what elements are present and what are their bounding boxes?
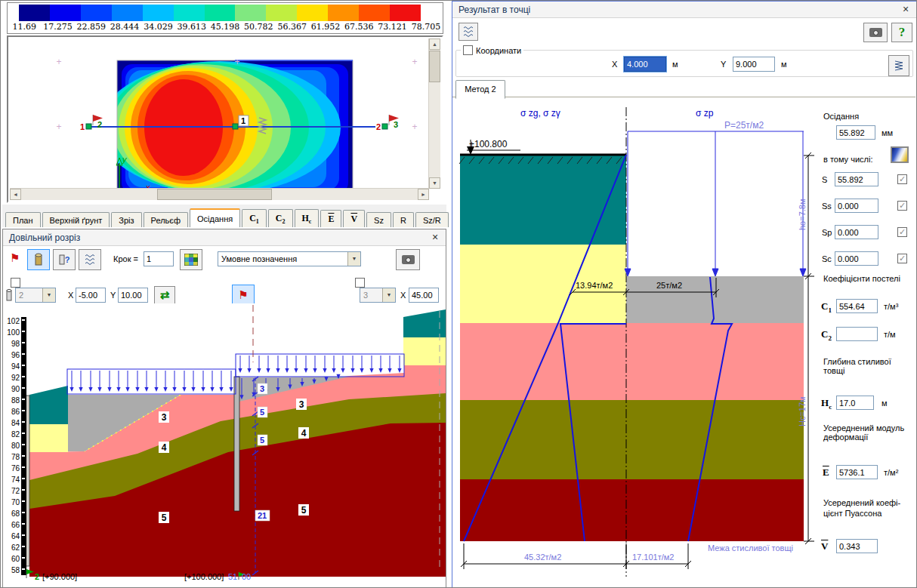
svg-text:78: 78 [11, 453, 20, 461]
x-coord-input[interactable] [624, 57, 666, 72]
tab-hc[interactable]: Hc [295, 209, 320, 227]
borehole-mode-button[interactable] [27, 249, 50, 270]
scroll-left-icon[interactable]: ◄ [10, 189, 21, 200]
step-input[interactable] [144, 251, 174, 266]
c2-input[interactable] [836, 327, 878, 341]
svg-text:58: 58 [11, 566, 20, 574]
e-input[interactable] [836, 465, 878, 479]
scroll-right-icon[interactable]: ► [418, 189, 429, 200]
component-checkbox-Ss[interactable]: ✓ [897, 201, 907, 211]
tab-e[interactable]: E [320, 210, 341, 227]
tab-r[interactable]: R [393, 212, 414, 227]
tab-план[interactable]: План [5, 212, 41, 227]
tab-верхній ґрунт[interactable]: Верхній ґрунт [42, 212, 110, 227]
scroll-up-icon[interactable]: ▲ [429, 38, 440, 50]
settlement-contour-map[interactable]: +++ ++ +++ 1 2 1 2 [10, 38, 442, 190]
component-input-Sc[interactable] [835, 251, 878, 266]
section-window: Довільний розріз × ⚑ ? [2, 229, 446, 588]
close-icon[interactable]: × [429, 229, 441, 246]
tab-осідання[interactable]: Осідання [190, 208, 240, 227]
tab-method-2[interactable]: Метод 2 [455, 80, 505, 99]
y1-label: Y [110, 291, 116, 300]
tab-c1[interactable]: C1 [242, 209, 267, 227]
plan-horizontal-scrollbar[interactable]: ◄ ► [10, 188, 429, 200]
svg-text:51: 51 [228, 572, 237, 581]
c1-input[interactable] [836, 299, 878, 313]
plan-vertical-scrollbar[interactable]: ▲ ▼ [428, 38, 440, 189]
svg-text:98: 98 [11, 340, 20, 348]
v-caption-1: Усереднений коефі- [823, 498, 900, 507]
tab-v[interactable]: V [343, 210, 365, 227]
e-caption: Усереднений модуль деформації [823, 423, 912, 442]
compressible-boundary-label: Межа стисливої товщі [708, 543, 793, 553]
result-window-title: Результат в точці [458, 5, 530, 15]
component-checkbox-S[interactable]: ✓ [897, 174, 907, 184]
sigma-left-title: σ zg, σ zγ [520, 108, 560, 119]
bed-coefficients-label: Коефіцієнти постелі [823, 274, 900, 283]
cross-section-drawing: 1021009896949290888684828078767472706866… [3, 303, 446, 587]
borehole-marker-icon [5, 288, 13, 302]
result-window-titlebar[interactable]: Результат в точці × [452, 2, 916, 18]
x2-input[interactable] [409, 288, 439, 303]
spring-tool-button[interactable] [79, 249, 101, 270]
springs-button[interactable] [888, 55, 909, 76]
right-point-checkbox[interactable] [355, 278, 365, 288]
right-borehole-combobox[interactable]: 3 ▼ [360, 288, 396, 303]
legend-value-4: 34.029 [141, 22, 174, 32]
y-coord-input[interactable] [733, 57, 775, 72]
component-input-S[interactable] [835, 172, 878, 186]
legend-color-5 [174, 5, 205, 21]
coordinates-checkbox[interactable] [463, 45, 473, 55]
component-input-Ss[interactable] [835, 199, 878, 213]
place-flag-button[interactable]: ⚑ [232, 285, 255, 304]
borehole-query-button[interactable]: ? [53, 249, 76, 270]
p-load-label: P=25т/м2 [724, 120, 764, 131]
legend-color-6 [205, 5, 236, 21]
svg-text:90: 90 [11, 385, 20, 393]
help-icon: ? [899, 25, 906, 40]
svg-text:3: 3 [394, 120, 398, 129]
legend-labels: 11.6917.27522.85928.44434.02939.61345.19… [8, 22, 443, 32]
tab-зріз[interactable]: Зріз [111, 212, 141, 227]
component-label-S: S [822, 175, 827, 184]
section-window-titlebar[interactable]: Довільний розріз × [3, 229, 446, 246]
tab-рельєф[interactable]: Рельєф [144, 212, 188, 227]
v-input[interactable] [836, 539, 878, 553]
stress-diagram: +100.800 σ zg, σ zγ σ zp P=25т/м2 [454, 100, 821, 586]
svg-text:+100.800: +100.800 [469, 139, 508, 149]
help-button[interactable]: ? [891, 23, 912, 42]
section-end-marker[interactable]: 2 3 [376, 115, 399, 131]
legend-value-12: 78.705 [409, 22, 443, 32]
coordinates-group: Координати X м Y м [455, 45, 913, 77]
svg-text:100: 100 [7, 328, 20, 337]
svg-text:94: 94 [11, 362, 20, 371]
display-mode-combobox[interactable]: Умовне позначення ▼ [218, 251, 361, 266]
tab-sz/r[interactable]: Sz/R [415, 212, 449, 227]
close-icon[interactable]: × [900, 2, 912, 18]
left-borehole-combobox[interactable]: 2 ▼ [15, 288, 56, 303]
swap-points-button[interactable]: ⇄ [154, 286, 175, 304]
component-checkbox-Sp[interactable]: ✓ [897, 227, 907, 237]
hc-unit: м [881, 399, 888, 408]
plan-hscroll-thumb[interactable] [157, 189, 272, 200]
x1-input[interactable] [76, 288, 106, 303]
tab-sz[interactable]: Sz [366, 212, 391, 227]
snapshot-button[interactable] [863, 23, 888, 42]
snapshot-button[interactable] [396, 249, 420, 270]
springs-view-button[interactable] [458, 23, 478, 41]
section-start-marker[interactable]: 1 2 [80, 115, 103, 131]
legend-value-0: 11.69 [8, 22, 41, 32]
chevron-down-icon[interactable]: ▼ [347, 252, 360, 266]
left-point-checkbox[interactable] [11, 278, 20, 288]
camera-icon [402, 255, 415, 264]
svg-text:84: 84 [11, 419, 20, 427]
fill-colors-button[interactable] [180, 249, 202, 270]
y1-input[interactable] [118, 288, 148, 303]
plan-vscroll-thumb[interactable] [429, 51, 440, 82]
hc-input[interactable] [836, 396, 874, 410]
component-input-Sp[interactable] [835, 225, 878, 239]
component-checkbox-Sc[interactable]: ✓ [897, 254, 907, 263]
tab-c2[interactable]: C2 [268, 209, 293, 227]
svg-text:86: 86 [11, 408, 20, 416]
scroll-down-icon[interactable]: ▼ [429, 177, 440, 189]
